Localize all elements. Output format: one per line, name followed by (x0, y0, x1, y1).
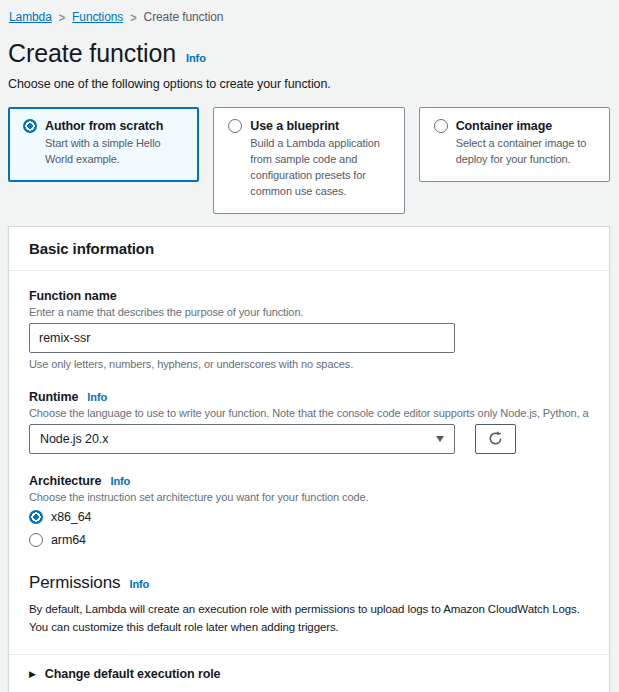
chevron-right-icon: ▶ (29, 670, 36, 679)
option-card-author-from-scratch[interactable]: Author from scratch Start with a simple … (8, 107, 199, 182)
breadcrumb-link-lambda[interactable]: Lambda (9, 10, 52, 24)
expander-label: Change default execution role (45, 667, 221, 681)
permissions-info-link[interactable]: Info (129, 578, 149, 590)
function-name-field: Function name Enter a name that describe… (29, 289, 589, 370)
option-card-title: Container image (456, 119, 552, 133)
runtime-description: Choose the language to use to write your… (29, 407, 589, 419)
option-card-description: Build a Lambda application from sample c… (250, 136, 389, 200)
architecture-option-x86-64[interactable]: x86_64 (29, 510, 589, 524)
runtime-field: Runtime Info Choose the language to use … (29, 390, 589, 454)
breadcrumb-link-functions[interactable]: Functions (72, 10, 123, 24)
architecture-info-link[interactable]: Info (110, 475, 130, 487)
breadcrumb-separator-icon: > (130, 10, 136, 24)
function-name-label: Function name (29, 289, 117, 303)
permissions-description: By default, Lambda will create an execut… (29, 601, 589, 637)
architecture-option-arm64[interactable]: arm64 (29, 533, 589, 547)
radio-unchecked-icon[interactable] (29, 533, 43, 547)
permissions-section: Permissions Info By default, Lambda will… (29, 573, 589, 637)
refresh-icon (488, 431, 503, 446)
breadcrumb: Lambda > Functions > Create function (9, 10, 610, 24)
radio-checked-icon[interactable] (29, 510, 43, 524)
basic-information-panel: Basic information Function name Enter a … (8, 226, 610, 692)
runtime-label: Runtime (29, 390, 78, 404)
runtime-select-value: Node.js 20.x (40, 432, 108, 446)
architecture-option-label: x86_64 (51, 510, 91, 524)
create-function-page: Lambda > Functions > Create function Cre… (0, 0, 619, 692)
function-name-constraint: Use only letters, numbers, hyphens, or u… (29, 358, 589, 370)
architecture-radio-group: x86_64 arm64 (29, 510, 589, 547)
architecture-option-label: arm64 (51, 533, 86, 547)
creation-option-cards: Author from scratch Start with a simple … (8, 107, 610, 214)
option-card-title: Use a blueprint (250, 119, 339, 133)
radio-unchecked-icon[interactable] (228, 119, 242, 133)
runtime-info-link[interactable]: Info (87, 391, 107, 403)
architecture-description: Choose the instruction set architecture … (29, 491, 589, 503)
option-card-description: Select a container image to deploy for y… (456, 136, 595, 168)
radio-unchecked-icon[interactable] (434, 119, 448, 133)
basic-information-header: Basic information (29, 240, 589, 257)
option-card-description: Start with a simple Hello World example. (45, 136, 184, 168)
function-name-description: Enter a name that describes the purpose … (29, 306, 589, 318)
page-subtitle: Choose one of the following options to c… (8, 77, 610, 91)
breadcrumb-current-page: Create function (144, 10, 224, 24)
architecture-label: Architecture (29, 474, 101, 488)
architecture-field: Architecture Info Choose the instruction… (29, 474, 589, 547)
radio-checked-icon[interactable] (23, 119, 37, 133)
chevron-down-icon (436, 436, 444, 442)
change-default-execution-role-expander[interactable]: ▶ Change default execution role (9, 654, 609, 692)
page-title-info-link[interactable]: Info (186, 52, 206, 64)
page-title: Create function (8, 39, 176, 68)
option-card-use-a-blueprint[interactable]: Use a blueprint Build a Lambda applicati… (213, 107, 404, 214)
function-name-input[interactable] (29, 323, 455, 353)
runtime-select[interactable]: Node.js 20.x (29, 424, 455, 454)
runtime-refresh-button[interactable] (475, 424, 516, 454)
breadcrumb-separator-icon: > (59, 10, 65, 24)
option-card-container-image[interactable]: Container image Select a container image… (419, 107, 610, 182)
option-card-title: Author from scratch (45, 119, 163, 133)
permissions-heading: Permissions (29, 573, 120, 593)
